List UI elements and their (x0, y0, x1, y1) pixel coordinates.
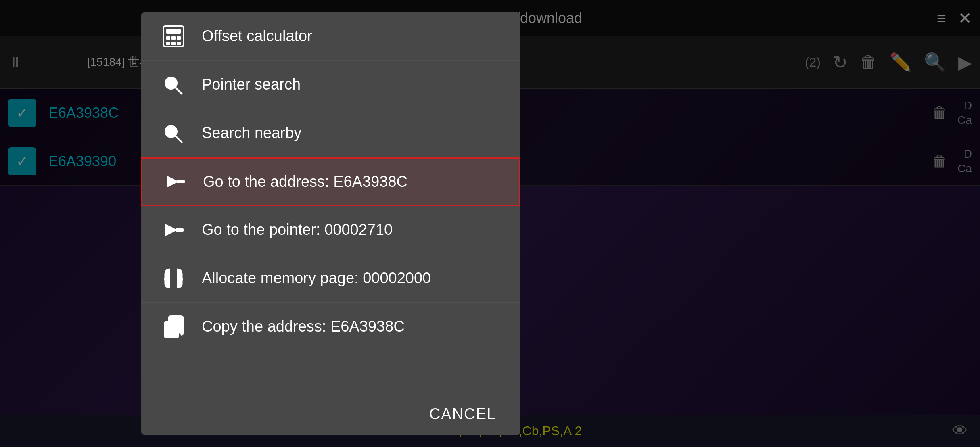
svg-text:*: * (169, 78, 171, 86)
menu-item-goto-address[interactable]: Go to the address: E6A3938C (141, 157, 520, 206)
pointer-search-label: Pointer search (202, 76, 301, 93)
context-menu: Offset calculator * Pointer search [] Se… (141, 12, 520, 435)
search-nearby-icon: [] (157, 117, 190, 149)
svg-line-22 (175, 136, 182, 143)
goto-address-label: Go to the address: E6A3938C (203, 173, 407, 190)
calculator-icon (157, 20, 190, 52)
menu-item-pointer-search[interactable]: * Pointer search (141, 61, 520, 109)
svg-line-19 (175, 87, 182, 94)
braces-icon (157, 262, 190, 295)
svg-rect-14 (177, 36, 181, 40)
svg-rect-13 (171, 36, 176, 40)
svg-rect-17 (177, 42, 181, 45)
menu-item-search-nearby[interactable]: [] Search nearby (141, 109, 520, 157)
menu-footer: CANCEL (141, 393, 520, 435)
svg-rect-11 (166, 29, 181, 34)
menu-spacer (141, 351, 520, 393)
goto-pointer-icon (157, 214, 190, 246)
menu-item-allocate-memory[interactable]: Allocate memory page: 00002000 (141, 254, 520, 303)
pointer-search-icon: * (157, 69, 190, 101)
offset-calculator-label: Offset calculator (202, 27, 312, 45)
allocate-memory-label: Allocate memory page: 00002000 (202, 269, 431, 287)
menu-item-copy-address[interactable]: Copy the address: E6A3938C (141, 303, 520, 351)
svg-rect-12 (166, 36, 170, 40)
svg-rect-25 (177, 180, 185, 183)
menu-item-offset-calculator[interactable]: Offset calculator (141, 12, 520, 61)
svg-rect-15 (166, 42, 170, 45)
copy-icon (157, 311, 190, 343)
svg-rect-27 (176, 228, 184, 232)
svg-text:[]: [] (167, 127, 171, 136)
goto-address-icon (159, 165, 191, 198)
menu-item-goto-pointer[interactable]: Go to the pointer: 00002710 (141, 206, 520, 254)
copy-address-label: Copy the address: E6A3938C (202, 318, 405, 335)
goto-pointer-label: Go to the pointer: 00002710 (202, 221, 393, 238)
search-nearby-label: Search nearby (202, 124, 301, 142)
cancel-button[interactable]: CANCEL (421, 401, 504, 427)
svg-rect-16 (171, 42, 176, 45)
